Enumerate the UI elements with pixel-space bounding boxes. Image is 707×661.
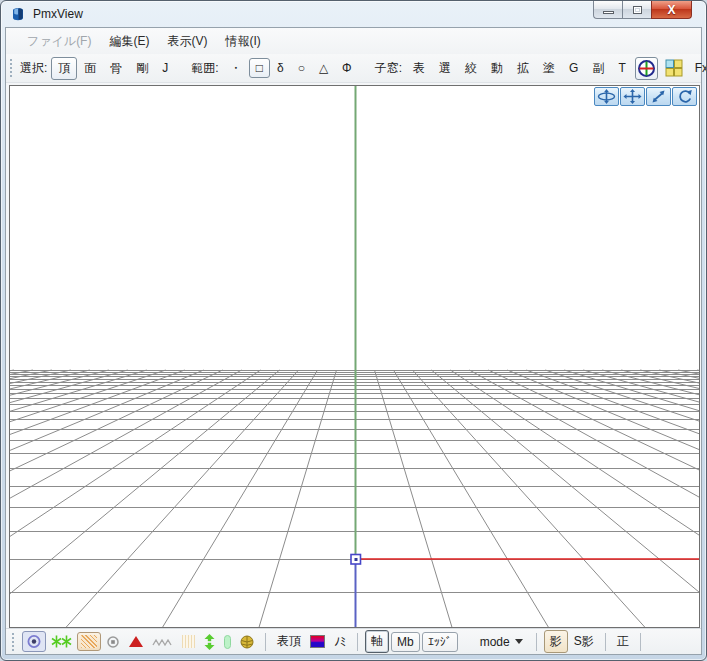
joint-display-toggle[interactable] [236, 632, 258, 652]
axis-view-icon [637, 59, 656, 78]
vertex-color-swatch[interactable] [310, 635, 325, 648]
separator [536, 633, 537, 651]
range-triangle-toggle[interactable]: △ [312, 58, 335, 78]
orbit-view-button[interactable] [594, 87, 619, 106]
range-point-toggle[interactable]: ・ [223, 57, 249, 80]
range-box-toggle[interactable]: □ [249, 58, 270, 78]
subwindow-sen-toggle[interactable]: 選 [432, 57, 458, 80]
gray-dot-icon [106, 635, 120, 649]
nomi-toggle[interactable]: ﾉﾐ [334, 635, 346, 649]
subwindow-fuku-toggle[interactable]: 副 [585, 57, 611, 80]
bone-arrows-toggle[interactable] [200, 632, 219, 652]
subwindow-t-toggle[interactable]: T [611, 58, 632, 78]
light-hatch-icon [182, 635, 195, 648]
green-arrows-icon [203, 634, 216, 650]
hatch-icon [81, 635, 97, 648]
main-toolbar: 選択: 頂 面 骨 剛 J 範囲: ・ □ δ ○ △ Φ 子窓: 表 選 絞 … [6, 54, 701, 83]
uv-display-toggle[interactable] [179, 633, 198, 650]
fx-toggle[interactable]: Fx [688, 58, 707, 78]
toolbar-grip[interactable] [10, 59, 12, 77]
subwindow-g-toggle[interactable]: G [562, 58, 585, 78]
range-phi-toggle[interactable]: Φ [335, 58, 359, 78]
pmxview-window: PmxView X ファイル(F) 編集(E) 表示(V) 情報(I) 選択: … [0, 0, 707, 661]
axis-toggle-button[interactable]: 軸 [365, 630, 389, 653]
origin-marker-dot [355, 558, 358, 561]
separator [265, 633, 266, 651]
zoom-icon [650, 89, 667, 104]
zigzag-icon [152, 636, 174, 648]
select-bone-toggle[interactable]: 骨 [103, 57, 129, 80]
separator [605, 633, 606, 651]
texture-display-toggle[interactable] [77, 632, 101, 651]
range-circle-toggle[interactable]: ○ [291, 58, 312, 78]
vertex-display-toggle[interactable] [22, 631, 46, 652]
client-area: ファイル(F) 編集(E) 表示(V) 情報(I) 選択: 頂 面 骨 剛 J … [5, 27, 702, 655]
sparkle-display-toggle[interactable] [48, 632, 75, 651]
capsule-icon [224, 635, 231, 649]
point-display-toggle[interactable] [103, 633, 123, 651]
vertex-dot-icon [26, 634, 42, 649]
grid-canvas [10, 86, 700, 628]
menu-view[interactable]: 表示(V) [158, 29, 216, 54]
edge-toggle-button[interactable]: ｴｯｼﾞ [422, 632, 458, 652]
dropdown-arrow-icon [515, 639, 523, 644]
view-tools [594, 87, 697, 106]
title-bar[interactable]: PmxView X [1, 1, 706, 27]
subwindow-nuri-toggle[interactable]: 塗 [536, 57, 562, 80]
rigid-display-toggle[interactable] [221, 633, 234, 651]
pan-view-button[interactable] [620, 87, 645, 106]
separator [357, 633, 358, 651]
front-vertex-toggle[interactable]: 表頂 [277, 633, 301, 650]
mode-dropdown-label: mode [480, 635, 510, 649]
menu-edit[interactable]: 編集(E) [100, 29, 158, 54]
mb-toggle-button[interactable]: Mb [391, 632, 420, 652]
maximize-button[interactable] [622, 1, 651, 19]
subwindow-shibo-toggle[interactable]: 絞 [458, 57, 484, 80]
separator [640, 633, 641, 651]
select-face-toggle[interactable]: 面 [77, 57, 103, 80]
sparkle-icon [51, 634, 72, 649]
select-label: 選択: [20, 60, 47, 77]
gold-sphere-icon [239, 634, 255, 650]
quad-view-icon [665, 59, 683, 77]
red-triangle-icon [128, 635, 144, 648]
viewport-3d[interactable] [9, 85, 700, 628]
app-icon [10, 6, 27, 23]
mode-dropdown[interactable]: mode [473, 632, 530, 652]
zoom-view-button[interactable] [646, 87, 671, 106]
menu-info[interactable]: 情報(I) [216, 29, 269, 54]
subwindow-dou-toggle[interactable]: 動 [484, 57, 510, 80]
select-vertex-toggle[interactable]: 頂 [51, 57, 77, 80]
select-rigid-toggle[interactable]: 剛 [129, 57, 155, 80]
maximize-icon [633, 6, 642, 14]
subwindow-label: 子窓: [375, 60, 402, 77]
rotate-view-button[interactable] [672, 87, 697, 106]
range-delta-toggle[interactable]: δ [270, 58, 291, 78]
close-icon: X [667, 4, 675, 16]
wire-display-toggle[interactable] [149, 634, 177, 650]
menu-file[interactable]: ファイル(F) [18, 29, 100, 54]
orbit-icon [597, 89, 616, 104]
minimize-icon [603, 11, 614, 14]
close-button[interactable]: X [651, 1, 692, 19]
self-shadow-toggle[interactable]: S影 [574, 633, 594, 650]
rotate-icon [676, 89, 693, 104]
shadow-toggle-button[interactable]: 影 [544, 630, 568, 653]
pan-icon [623, 89, 642, 104]
face-display-toggle[interactable] [125, 633, 147, 650]
ortho-toggle[interactable]: 正 [617, 633, 629, 650]
range-label: 範囲: [191, 60, 218, 77]
window-title: PmxView [33, 7, 83, 21]
menu-bar: ファイル(F) 編集(E) 表示(V) 情報(I) [6, 28, 701, 54]
select-joint-toggle[interactable]: J [155, 58, 175, 78]
bottombar-grip[interactable] [12, 633, 17, 651]
subwindow-hyou-toggle[interactable]: 表 [406, 57, 432, 80]
quad-view-toggle[interactable] [662, 57, 686, 79]
minimize-button[interactable] [593, 1, 622, 19]
bottom-toolbar: 表頂 ﾉﾐ 軸 Mb ｴｯｼﾞ mode 影 S影 正 [6, 628, 701, 654]
subwindow-kaku-toggle[interactable]: 拡 [510, 57, 536, 80]
axis-view-toggle[interactable] [635, 57, 658, 80]
